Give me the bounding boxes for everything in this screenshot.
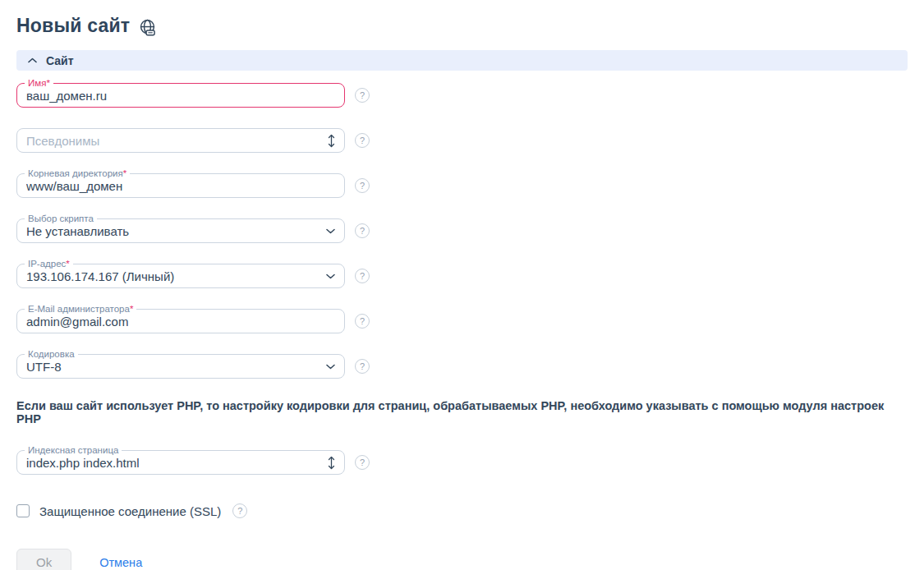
ssl-checkbox[interactable] bbox=[16, 504, 30, 517]
page-header: Новый сайт bbox=[16, 15, 908, 37]
ssl-checkbox-row: Защищенное соединение (SSL) ? bbox=[16, 503, 908, 518]
email-input-wrapper[interactable]: E-Mail администратора* bbox=[16, 309, 345, 333]
charset-label: Кодировка bbox=[25, 348, 78, 360]
script-label: Выбор скрипта bbox=[25, 213, 97, 224]
aliases-input-wrapper[interactable] bbox=[16, 128, 345, 153]
root-dir-label: Корневая директория* bbox=[25, 168, 130, 179]
page-title: Новый сайт bbox=[16, 15, 130, 37]
field-row-charset: Кодировка UTF-8 ? bbox=[16, 354, 908, 379]
help-icon[interactable]: ? bbox=[355, 269, 370, 283]
cancel-link[interactable]: Отмена bbox=[99, 556, 142, 569]
chevron-up-icon bbox=[28, 57, 37, 63]
help-icon[interactable]: ? bbox=[355, 314, 370, 329]
root-dir-input-wrapper[interactable]: Корневая директория* bbox=[16, 173, 345, 198]
script-selected-value: Не устанавливать bbox=[26, 224, 319, 238]
help-icon[interactable]: ? bbox=[355, 359, 370, 374]
name-label: Имя* bbox=[25, 77, 53, 89]
email-label: E-Mail администратора* bbox=[25, 303, 136, 315]
section-title: Сайт bbox=[46, 54, 74, 67]
help-icon[interactable]: ? bbox=[355, 178, 370, 193]
field-row-script: Выбор скрипта Не устанавливать ? bbox=[16, 218, 908, 243]
help-icon[interactable]: ? bbox=[232, 503, 247, 518]
chevron-down-icon bbox=[326, 274, 335, 279]
www-domain-globe-icon bbox=[138, 18, 157, 37]
expand-vertical-icon[interactable] bbox=[328, 134, 335, 148]
aliases-input[interactable] bbox=[26, 129, 321, 152]
ssl-checkbox-label[interactable]: Защищенное соединение (SSL) bbox=[39, 504, 221, 518]
field-row-aliases: ? bbox=[16, 128, 908, 153]
php-encoding-note: Если ваш сайт использует PHP, то настрой… bbox=[16, 399, 908, 425]
help-icon[interactable]: ? bbox=[355, 133, 370, 148]
chevron-down-icon bbox=[326, 228, 335, 234]
field-row-root-dir: Корневая директория* ? bbox=[16, 173, 908, 198]
help-icon[interactable]: ? bbox=[355, 223, 370, 238]
charset-select[interactable]: Кодировка UTF-8 bbox=[16, 354, 345, 379]
charset-selected-value: UTF-8 bbox=[26, 360, 319, 374]
site-form: Имя* ? ? Корневая дирек bbox=[16, 83, 908, 570]
ip-selected-value: 193.106.174.167 (Личный) bbox=[26, 269, 319, 283]
help-icon[interactable]: ? bbox=[355, 88, 370, 103]
name-input-wrapper[interactable]: Имя* bbox=[16, 83, 345, 108]
chevron-down-icon bbox=[326, 364, 335, 370]
index-page-input-wrapper[interactable]: Индексная страница bbox=[16, 450, 345, 475]
new-site-page: Новый сайт Сайт Имя* ? bbox=[0, 0, 924, 570]
expand-vertical-icon[interactable] bbox=[328, 456, 335, 470]
form-actions: Ok Отмена bbox=[16, 549, 908, 570]
ok-button[interactable]: Ok bbox=[16, 549, 71, 570]
ip-select[interactable]: IP-адрес* 193.106.174.167 (Личный) bbox=[16, 264, 345, 288]
ip-label: IP-адрес* bbox=[25, 258, 73, 269]
field-row-name: Имя* ? bbox=[16, 83, 908, 108]
name-input[interactable] bbox=[26, 84, 335, 107]
section-header-site[interactable]: Сайт bbox=[16, 50, 908, 71]
help-icon[interactable]: ? bbox=[355, 455, 370, 470]
field-row-index-page: Индексная страница ? bbox=[16, 450, 908, 475]
field-row-ip: IP-адрес* 193.106.174.167 (Личный) ? bbox=[16, 264, 908, 288]
script-select[interactable]: Выбор скрипта Не устанавливать bbox=[16, 218, 345, 243]
field-row-email: E-Mail администратора* ? bbox=[16, 309, 908, 333]
index-page-label: Индексная страница bbox=[25, 444, 122, 456]
